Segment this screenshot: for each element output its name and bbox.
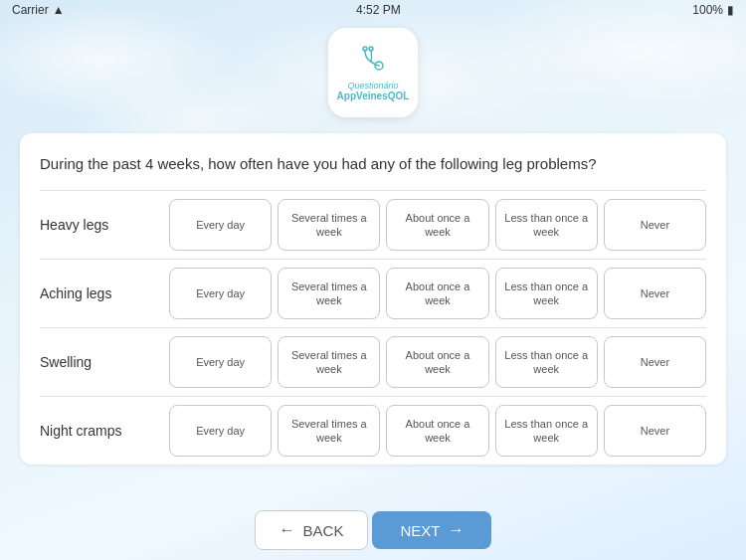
row-label-heavy-legs: Heavy legs	[40, 217, 169, 233]
logo-container: Questionário AppVeinesQOL	[0, 28, 746, 117]
battery-icon: ▮	[727, 3, 734, 17]
option-never-night[interactable]: Never	[604, 405, 706, 457]
logo-text-bottom: AppVeinesQOL	[337, 91, 410, 101]
status-time: 4:52 PM	[356, 3, 401, 17]
options-group-night-cramps: Every day Several times a week About onc…	[169, 405, 706, 457]
svg-point-1	[363, 47, 367, 51]
bottom-navigation-bar: ← BACK NEXT →	[0, 500, 746, 560]
option-less-than-aching[interactable]: Less than once a week	[495, 268, 598, 319]
option-about-once-swelling[interactable]: About once a week	[386, 336, 488, 388]
option-about-once-aching[interactable]: About once a week	[386, 268, 488, 319]
row-label-aching-legs: Aching legs	[40, 285, 169, 301]
option-about-once-night[interactable]: About once a week	[386, 405, 488, 457]
wifi-icon: ▲	[53, 3, 65, 17]
next-button[interactable]: NEXT →	[372, 511, 491, 549]
option-less-than-swelling[interactable]: Less than once a week	[495, 336, 598, 388]
option-about-once-heavy[interactable]: About once a week	[386, 199, 488, 251]
option-several-times-aching[interactable]: Several times a week	[278, 268, 380, 319]
battery-label: 100%	[692, 3, 723, 17]
option-several-times-heavy[interactable]: Several times a week	[278, 199, 380, 251]
stethoscope-icon	[357, 44, 389, 81]
option-every-day-heavy[interactable]: Every day	[169, 199, 272, 251]
option-never-aching[interactable]: Never	[604, 268, 706, 319]
table-row: Swelling Every day Several times a week …	[40, 327, 706, 396]
logo-box: Questionário AppVeinesQOL	[328, 28, 418, 117]
main-card: During the past 4 weeks, how often have …	[20, 133, 726, 465]
logo-text-top: Questionário	[347, 81, 398, 91]
table-row: Heavy legs Every day Several times a wee…	[40, 190, 706, 259]
table-container: Heavy legs Every day Several times a wee…	[40, 190, 706, 465]
back-arrow-icon: ←	[280, 521, 295, 539]
status-left: Carrier ▲	[12, 3, 65, 17]
status-bar: Carrier ▲ 4:52 PM 100% ▮	[0, 0, 746, 20]
option-less-than-night[interactable]: Less than once a week	[495, 405, 598, 457]
options-group-heavy-legs: Every day Several times a week About onc…	[169, 199, 706, 251]
option-never-swelling[interactable]: Never	[604, 336, 706, 388]
option-never-heavy[interactable]: Never	[604, 199, 706, 251]
option-several-times-night[interactable]: Several times a week	[278, 405, 380, 457]
row-label-swelling: Swelling	[40, 354, 169, 370]
option-every-day-night[interactable]: Every day	[169, 405, 272, 457]
table-row: Aching legs Every day Several times a we…	[40, 259, 706, 327]
next-arrow-icon: →	[448, 521, 464, 539]
status-right: 100% ▮	[692, 3, 734, 17]
back-button[interactable]: ← BACK	[255, 510, 369, 550]
row-label-night-cramps: Night cramps	[40, 423, 169, 439]
option-every-day-swelling[interactable]: Every day	[169, 336, 272, 388]
svg-point-2	[369, 47, 373, 51]
option-every-day-aching[interactable]: Every day	[169, 268, 272, 319]
table-row: Night cramps Every day Several times a w…	[40, 396, 706, 465]
option-several-times-swelling[interactable]: Several times a week	[278, 336, 380, 388]
options-group-swelling: Every day Several times a week About onc…	[169, 336, 706, 388]
options-group-aching-legs: Every day Several times a week About onc…	[169, 268, 706, 319]
question-text: During the past 4 weeks, how often have …	[40, 153, 706, 174]
carrier-label: Carrier	[12, 3, 49, 17]
option-less-than-heavy[interactable]: Less than once a week	[495, 199, 598, 251]
next-label: NEXT	[400, 522, 440, 539]
back-label: BACK	[303, 522, 344, 539]
